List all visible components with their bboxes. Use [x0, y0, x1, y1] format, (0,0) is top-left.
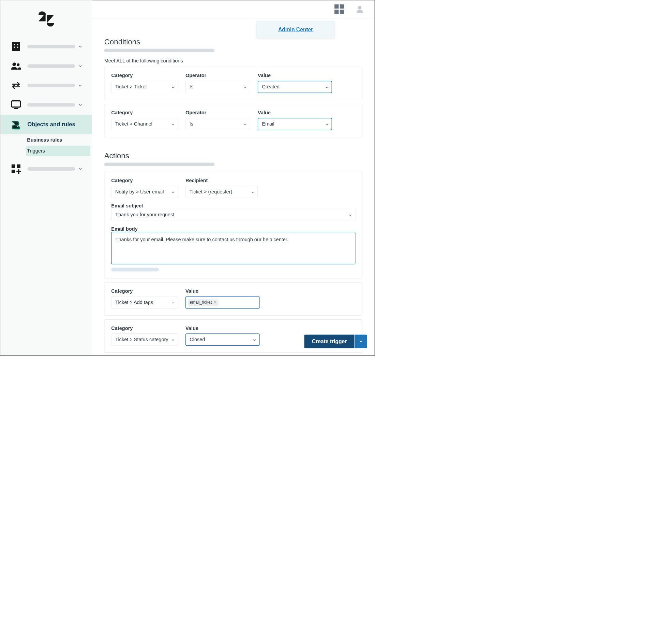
- action-card-notify: Category Notify by > User email Recipien…: [104, 172, 362, 278]
- action-category-select[interactable]: Ticket > Add tags: [111, 296, 178, 308]
- email-body-textarea[interactable]: Thanks for your email. Please make sure …: [111, 232, 355, 264]
- chevron-down-icon: [348, 213, 353, 217]
- category-label: Category: [111, 110, 178, 115]
- main-area: Admin Center Conditions Meet ALL of the …: [92, 0, 375, 355]
- workflow-icon: [10, 118, 22, 131]
- chevron-down-icon: [251, 190, 255, 194]
- sidebar-item-channels[interactable]: [0, 76, 92, 95]
- svg-rect-10: [17, 164, 20, 168]
- grid-icon: [334, 4, 344, 14]
- chevron-down-icon: [171, 85, 175, 89]
- svg-rect-4: [17, 47, 18, 48]
- sidebar-item-apps[interactable]: [0, 159, 92, 178]
- sidebar-item-placeholder: [27, 84, 75, 87]
- sidebar-sub-item-triggers[interactable]: Triggers: [26, 146, 90, 156]
- conditions-subtitle: Meet ALL of the following conditions: [104, 58, 362, 63]
- chevron-down-icon: [171, 337, 175, 342]
- action-card-tags: Category Ticket > Add tags Value email_t…: [104, 282, 362, 316]
- sidebar-item-placeholder: [27, 64, 75, 68]
- logo: [0, 0, 92, 36]
- svg-point-6: [17, 63, 19, 66]
- user-icon: [356, 5, 364, 14]
- svg-rect-9: [12, 164, 15, 168]
- chevron-down-icon: [77, 63, 84, 70]
- svg-rect-3: [14, 47, 15, 48]
- chevron-down-icon: [77, 43, 84, 50]
- monitor-icon: [10, 99, 22, 111]
- people-icon: [10, 60, 22, 72]
- select-value: Ticket > Status category: [115, 336, 168, 342]
- recipient-label: Recipient: [185, 177, 258, 183]
- chevron-down-icon: [325, 122, 329, 126]
- svg-rect-7: [12, 101, 20, 107]
- sidebar-item-people[interactable]: [0, 56, 92, 76]
- create-trigger-button[interactable]: Create trigger: [304, 334, 354, 348]
- create-trigger-dropdown-button[interactable]: [355, 334, 367, 348]
- tags-input[interactable]: email_ticket ✕: [185, 296, 260, 308]
- sidebar-sub-heading: Business rules: [27, 134, 92, 146]
- condition-value-select[interactable]: Created: [258, 81, 332, 93]
- chevron-down-icon: [171, 122, 175, 126]
- svg-rect-8: [14, 108, 18, 109]
- tag-text: email_ticket: [190, 300, 212, 305]
- tag-chip: email_ticket ✕: [188, 299, 219, 306]
- action-value-select[interactable]: Closed: [185, 333, 260, 346]
- app-frame: Objects and rules Business rules Trigger…: [0, 0, 375, 356]
- sidebar-subnav: Business rules Triggers: [0, 134, 92, 156]
- category-label: Category: [111, 288, 178, 294]
- condition-category-select[interactable]: Ticket > Channel: [111, 118, 178, 130]
- sidebar-nav: Objects and rules Business rules Trigger…: [0, 36, 92, 179]
- svg-point-12: [358, 6, 361, 10]
- email-body-label: Email body: [111, 226, 137, 232]
- operator-label: Operator: [185, 110, 250, 115]
- select-value: Ticket > (requester): [190, 189, 233, 194]
- actions-description-placeholder: [104, 162, 215, 166]
- sidebar-item-placeholder: [27, 45, 75, 48]
- email-subject-label: Email subject: [111, 203, 143, 208]
- action-category-select[interactable]: Ticket > Status category: [111, 333, 178, 346]
- action-category-select[interactable]: Notify by > User email: [111, 186, 178, 198]
- value-label: Value: [258, 72, 332, 78]
- sidebar-item-objects-rules[interactable]: Objects and rules: [0, 115, 92, 134]
- remove-tag-icon[interactable]: ✕: [213, 300, 216, 304]
- sidebar-item-workspaces[interactable]: [0, 95, 92, 115]
- zendesk-logo-icon: [38, 10, 55, 26]
- category-label: Category: [111, 72, 178, 78]
- sidebar-item-company[interactable]: [0, 37, 92, 56]
- condition-card: Category Ticket > Channel Operator Is: [104, 104, 362, 137]
- conditions-title: Conditions: [104, 37, 362, 46]
- sidebar: Objects and rules Business rules Trigger…: [0, 0, 92, 355]
- actions-title: Actions: [104, 151, 362, 160]
- condition-category-select[interactable]: Ticket > Ticket: [111, 81, 178, 93]
- select-value: Is: [190, 84, 193, 90]
- select-value: Closed: [190, 336, 205, 342]
- svg-rect-11: [12, 170, 15, 173]
- condition-operator-select[interactable]: Is: [185, 81, 250, 93]
- email-body-helper-placeholder: [111, 267, 159, 271]
- action-recipient-select[interactable]: Ticket > (requester): [185, 186, 258, 198]
- content-area: Conditions Meet ALL of the following con…: [92, 18, 375, 355]
- apps-icon: [10, 163, 22, 175]
- admin-center-link[interactable]: Admin Center: [278, 27, 313, 32]
- category-label: Category: [111, 177, 178, 183]
- admin-center-dropdown: Admin Center: [257, 21, 335, 38]
- textarea-value: Thanks for your email. Please make sure …: [116, 236, 288, 242]
- email-subject-input[interactable]: Thank you for your request: [111, 208, 355, 221]
- condition-value-select[interactable]: Email: [258, 118, 332, 130]
- conditions-description-placeholder: [104, 48, 215, 52]
- building-icon: [10, 41, 22, 53]
- chevron-down-icon: [325, 85, 329, 89]
- value-label: Value: [185, 325, 260, 331]
- category-label: Category: [111, 325, 178, 331]
- chevron-down-icon: [77, 101, 84, 108]
- select-value: Created: [262, 84, 280, 90]
- condition-operator-select[interactable]: Is: [185, 118, 250, 130]
- svg-rect-0: [12, 42, 20, 51]
- svg-rect-2: [17, 44, 18, 45]
- operator-label: Operator: [185, 72, 250, 78]
- select-value: Ticket > Channel: [115, 121, 152, 127]
- apps-grid-button[interactable]: [334, 4, 344, 14]
- chevron-down-icon: [243, 122, 247, 126]
- value-label: Value: [258, 110, 332, 115]
- user-menu-button[interactable]: [355, 4, 365, 14]
